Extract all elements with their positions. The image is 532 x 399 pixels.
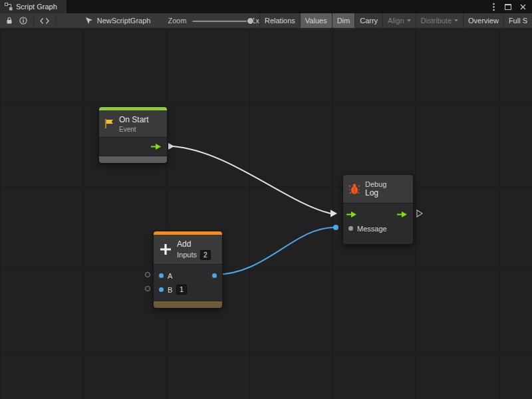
- wire-value[interactable]: [215, 227, 334, 275]
- tab-title: Script Graph: [16, 3, 57, 11]
- flow-hint-triangle: [416, 209, 423, 217]
- wire-flow[interactable]: [173, 146, 331, 213]
- node-add[interactable]: Add Inputs 2 A B 1: [153, 231, 223, 309]
- button-label: Overview: [468, 17, 499, 25]
- port-row-b: B 1: [154, 283, 222, 297]
- zoom-slider-track[interactable]: [192, 21, 249, 22]
- button-label: Distribute: [421, 17, 452, 25]
- node-ports: Message: [343, 203, 413, 244]
- node-ports: [99, 138, 167, 156]
- toolbar-separator: [55, 16, 56, 26]
- port-a-input[interactable]: [159, 273, 164, 278]
- button-label: Relations: [265, 17, 295, 25]
- graph-name-label: NewScriptGraph: [97, 17, 151, 25]
- values-button[interactable]: Values: [300, 13, 332, 28]
- zoom-slider[interactable]: [192, 13, 249, 29]
- button-label: Align: [388, 17, 404, 25]
- node-on-start[interactable]: On Start Event: [98, 106, 168, 164]
- flow-output-port[interactable]: [150, 143, 162, 150]
- graph-asset-icon: [85, 17, 93, 25]
- maximize-icon[interactable]: [503, 2, 513, 11]
- port-row-flow: [343, 207, 413, 221]
- zoom-label: Zoom: [168, 17, 186, 25]
- button-label: Values: [305, 17, 327, 25]
- flag-icon: [104, 118, 114, 129]
- node-header: Add Inputs 2: [154, 235, 222, 264]
- port-b-label: B: [168, 286, 172, 294]
- port-row-message: Message: [343, 221, 413, 235]
- message-port-label: Message: [357, 225, 387, 233]
- port-hint-circle: [145, 286, 150, 291]
- lock-icon[interactable]: [3, 13, 16, 29]
- node-footer: [154, 301, 222, 309]
- port-row: [99, 138, 167, 156]
- wire-layer: [0, 29, 532, 399]
- node-title: On Start: [119, 115, 149, 124]
- window-controls: [489, 2, 532, 11]
- flow-input-port[interactable]: [346, 211, 357, 218]
- overview-button[interactable]: Overview: [463, 13, 503, 28]
- node-header: Debug Log: [343, 175, 413, 203]
- plus-icon: [159, 243, 172, 256]
- info-icon[interactable]: [16, 13, 31, 29]
- carry-button[interactable]: Carry: [354, 13, 382, 28]
- wire-flow-end-arrow: [331, 210, 337, 217]
- node-header: On Start Event: [99, 110, 167, 137]
- close-icon[interactable]: [518, 2, 527, 11]
- button-label: Carry: [360, 17, 378, 25]
- node-footer: [99, 156, 167, 164]
- flow-output-port[interactable]: [396, 211, 408, 218]
- inputs-label: Inputs: [177, 251, 197, 259]
- align-button: Align: [382, 13, 415, 28]
- dim-button[interactable]: Dim: [332, 13, 355, 28]
- port-b-input[interactable]: [159, 287, 164, 292]
- node-title: Debug: [365, 180, 386, 188]
- bug-icon: [348, 183, 360, 195]
- chevron-down-icon: [407, 19, 411, 22]
- node-subtitle: Event: [119, 126, 149, 133]
- tab-script-graph[interactable]: Script Graph: [0, 0, 66, 13]
- code-icon[interactable]: [37, 13, 53, 29]
- wire-value-endpoint: [333, 225, 338, 230]
- kebab-menu-icon[interactable]: [489, 2, 498, 11]
- port-b-value-field[interactable]: 1: [176, 285, 187, 295]
- toolbar-button-group: Relations Values Dim Carry Align Distrib…: [259, 13, 532, 28]
- graph-canvas[interactable]: On Start Event Add: [0, 29, 532, 399]
- node-title: Add: [177, 239, 211, 249]
- button-label: Full S: [509, 17, 527, 25]
- inputs-count-field[interactable]: 2: [200, 250, 211, 260]
- port-row-a: A: [154, 269, 222, 283]
- title-bar: Script Graph: [0, 0, 532, 13]
- message-input-port[interactable]: [348, 226, 353, 231]
- button-label: Dim: [337, 17, 350, 25]
- graph-reference: NewScriptGraph: [85, 17, 151, 25]
- zoom-slider-handle[interactable]: [247, 17, 254, 25]
- port-hint-circle: [145, 272, 150, 277]
- relations-button[interactable]: Relations: [259, 13, 300, 28]
- distribute-button: Distribute: [416, 13, 463, 28]
- full-screen-button[interactable]: Full S: [503, 13, 532, 28]
- node-ports: A B 1: [154, 265, 222, 301]
- toolbar: NewScriptGraph Zoom 1x Relations Values …: [0, 13, 532, 29]
- script-graph-icon: [5, 3, 13, 11]
- node-subtitle: Log: [365, 188, 386, 198]
- sum-output-port[interactable]: [212, 273, 217, 278]
- port-a-label: A: [168, 272, 172, 280]
- node-debug-log[interactable]: Debug Log Message: [342, 174, 414, 245]
- toolbar-separator: [33, 16, 34, 26]
- chevron-down-icon: [454, 19, 458, 22]
